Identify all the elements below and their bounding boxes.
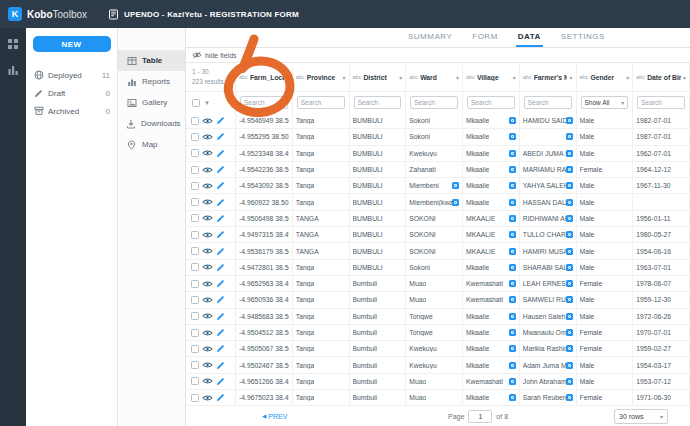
edit-submission-icon[interactable] (216, 149, 225, 158)
row-checkbox[interactable] (191, 263, 199, 271)
expand-cell-icon[interactable] (509, 296, 516, 303)
column-header-date-of-birth[interactable]: abc Date of Birth ▾ (633, 63, 690, 91)
row-checkbox[interactable] (191, 149, 199, 157)
expand-cell-icon[interactable] (566, 248, 573, 255)
subnav-item-reports[interactable]: Reports (118, 71, 185, 92)
view-submission-icon[interactable] (202, 133, 213, 141)
column-header-village[interactable]: abc Village ▾ (463, 63, 520, 91)
prev-page-button[interactable]: ◀PREV (262, 413, 287, 420)
expand-cell-icon[interactable] (509, 264, 516, 271)
view-submission-icon[interactable] (202, 247, 213, 255)
view-submission-icon[interactable] (202, 117, 213, 125)
view-submission-icon[interactable] (202, 231, 213, 239)
column-menu-icon[interactable]: ▾ (626, 74, 629, 81)
edit-submission-icon[interactable] (216, 214, 225, 223)
row-checkbox[interactable] (191, 280, 199, 288)
edit-submission-icon[interactable] (216, 328, 225, 337)
expand-cell-icon[interactable] (509, 345, 516, 352)
expand-cell-icon[interactable] (509, 248, 516, 255)
column-menu-icon[interactable]: ▾ (342, 74, 345, 81)
row-checkbox[interactable] (191, 117, 199, 125)
expand-cell-icon[interactable] (509, 150, 516, 157)
edit-submission-icon[interactable] (216, 312, 225, 321)
date-of-birth-search-input[interactable] (637, 96, 685, 109)
expand-cell-icon[interactable] (566, 264, 573, 271)
expand-cell-icon[interactable] (509, 394, 516, 401)
view-submission-icon[interactable] (202, 312, 213, 320)
view-submission-icon[interactable] (202, 280, 213, 288)
expand-cell-icon[interactable] (509, 280, 516, 287)
kobotoolbox-logo[interactable]: K KoboToolbox (0, 7, 108, 21)
expand-cell-icon[interactable] (566, 345, 573, 352)
sidebar-item-draft[interactable]: Draft 0 (26, 84, 117, 102)
row-checkbox[interactable] (191, 312, 199, 320)
edit-submission-icon[interactable] (216, 344, 225, 353)
expand-cell-icon[interactable] (509, 166, 516, 173)
row-checkbox[interactable] (191, 231, 199, 239)
edit-submission-icon[interactable] (216, 165, 225, 174)
column-header-ward[interactable]: abc Ward ▾ (406, 63, 463, 91)
expand-cell-icon[interactable] (566, 329, 573, 336)
expand-cell-icon[interactable] (566, 166, 573, 173)
edit-submission-icon[interactable] (216, 295, 225, 304)
view-submission-icon[interactable] (202, 394, 213, 402)
column-menu-icon[interactable]: ▾ (513, 74, 516, 81)
expand-cell-icon[interactable] (509, 215, 516, 222)
expand-cell-icon[interactable] (509, 117, 516, 124)
expand-cell-icon[interactable] (509, 231, 516, 238)
row-checkbox[interactable] (191, 133, 199, 141)
hide-fields-button[interactable]: hide fields (192, 51, 237, 60)
column-header-farm-location[interactable]: abc Farm_Location ▾ (236, 63, 293, 91)
view-submission-icon[interactable] (202, 361, 213, 369)
view-submission-icon[interactable] (202, 377, 213, 385)
column-menu-icon[interactable]: ▾ (683, 74, 686, 81)
column-menu-icon[interactable]: ▾ (569, 74, 572, 81)
rows-per-page-select[interactable]: 30 rows▾ (614, 409, 668, 424)
expand-cell-icon[interactable] (566, 117, 573, 124)
subnav-item-map[interactable]: Map (118, 134, 185, 155)
select-all-checkbox[interactable] (192, 99, 200, 107)
column-header-province[interactable]: abc Province ▾ (293, 63, 350, 91)
page-number-input[interactable] (468, 410, 492, 423)
row-checkbox[interactable] (191, 345, 199, 353)
subnav-item-gallery[interactable]: Gallery (118, 92, 185, 113)
expand-cell-icon[interactable] (566, 394, 573, 401)
view-submission-icon[interactable] (202, 214, 213, 222)
expand-cell-icon[interactable] (566, 199, 573, 206)
village-search-input[interactable] (467, 96, 515, 109)
province-search-input[interactable] (297, 96, 345, 109)
row-checkbox[interactable] (191, 214, 199, 222)
column-header-district[interactable]: abc District ▾ (350, 63, 407, 91)
row-checkbox[interactable] (191, 182, 199, 190)
tab-settings[interactable]: SETTINGS (559, 28, 607, 47)
expand-cell-icon[interactable] (566, 296, 573, 303)
view-submission-icon[interactable] (202, 345, 213, 353)
edit-submission-icon[interactable] (216, 230, 225, 239)
expand-cell-icon[interactable] (452, 182, 459, 189)
new-button[interactable]: NEW (33, 36, 111, 52)
expand-cell-icon[interactable] (509, 313, 516, 320)
expand-cell-icon[interactable] (566, 150, 573, 157)
select-menu-icon[interactable]: ▼ (204, 100, 210, 106)
expand-cell-icon[interactable] (566, 280, 573, 287)
subnav-item-downloads[interactable]: Downloads (118, 113, 185, 134)
expand-cell-icon[interactable] (566, 182, 573, 189)
view-submission-icon[interactable] (202, 166, 213, 174)
expand-cell-icon[interactable] (566, 362, 573, 369)
row-checkbox[interactable] (191, 329, 199, 337)
view-submission-icon[interactable] (202, 296, 213, 304)
expand-cell-icon[interactable] (566, 378, 573, 385)
expand-cell-icon[interactable] (509, 329, 516, 336)
ward-search-input[interactable] (410, 96, 458, 109)
subnav-item-table[interactable]: Table (118, 50, 185, 71)
expand-cell-icon[interactable] (509, 133, 516, 140)
view-submission-icon[interactable] (202, 198, 213, 206)
edit-submission-icon[interactable] (216, 279, 225, 288)
view-submission-icon[interactable] (202, 263, 213, 271)
column-menu-icon[interactable]: ▾ (286, 74, 289, 81)
district-search-input[interactable] (354, 96, 402, 109)
expand-cell-icon[interactable] (566, 313, 573, 320)
row-checkbox[interactable] (191, 394, 199, 402)
projects-icon[interactable] (7, 38, 19, 50)
view-submission-icon[interactable] (202, 149, 213, 157)
